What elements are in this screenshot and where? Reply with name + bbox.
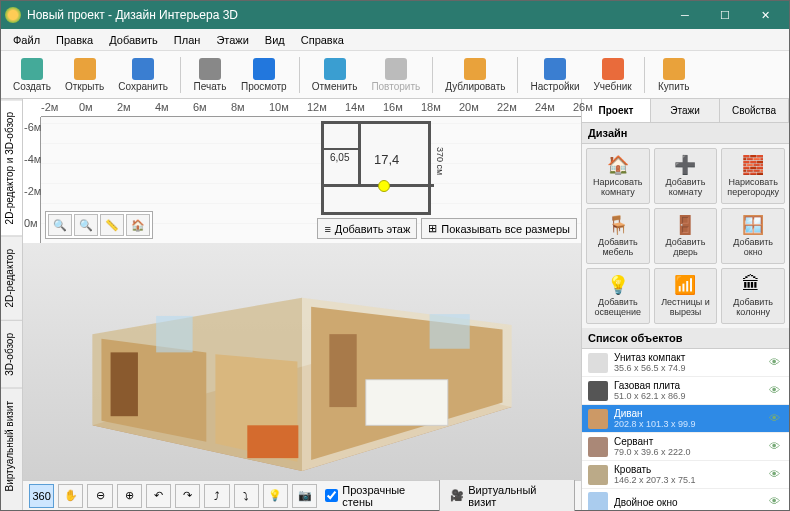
visibility-toggle-icon[interactable]: 👁 — [769, 495, 783, 509]
home-button[interactable]: 🏠 — [126, 214, 150, 236]
open-icon — [74, 58, 96, 80]
design-grid: 🏠Нарисовать комнату➕Добавить комнату🧱Нар… — [582, 144, 789, 328]
preview-button[interactable]: Просмотр — [235, 56, 293, 94]
menu-этажи[interactable]: Этажи — [208, 32, 256, 48]
canvas-area: -2м0м2м4м6м8м10м12м14м16м18м20м22м24м26м… — [23, 99, 581, 510]
design-cell-2[interactable]: 🧱Нарисовать перегородку — [721, 148, 785, 204]
tilt-up-button[interactable]: ⤴ — [204, 484, 229, 508]
svg-rect-11 — [430, 314, 470, 349]
design-cell-5[interactable]: 🪟Добавить окно — [721, 208, 785, 264]
plan-2d[interactable]: -6м-4м-2м0м 6,05 17,4 370 см 🔍 🔍 � — [23, 117, 581, 243]
design-cell-4[interactable]: 🚪Добавить дверь — [654, 208, 718, 264]
buy-icon — [663, 58, 685, 80]
view360-button[interactable]: 360 — [29, 484, 54, 508]
vtab-0[interactable]: 2D-редактор и 3D-обзор — [1, 99, 22, 236]
menu-вид[interactable]: Вид — [257, 32, 293, 48]
undo-button[interactable]: Отменить — [306, 56, 364, 94]
vtab-1[interactable]: 2D-редактор — [1, 236, 22, 320]
toolbar-separator — [517, 57, 518, 93]
maximize-button[interactable]: ☐ — [705, 1, 745, 29]
add-floor-button[interactable]: ≡Добавить этаж — [317, 218, 417, 239]
toolbar: СоздатьОткрытьСохранитьПечатьПросмотрОтм… — [1, 51, 789, 99]
menu-добавить[interactable]: Добавить — [101, 32, 166, 48]
object-thumb-icon — [588, 353, 608, 373]
rotate-left-button[interactable]: ↶ — [146, 484, 171, 508]
tutorial-button[interactable]: Учебник — [588, 56, 638, 94]
window-title: Новый проект - Дизайн Интерьера 3D — [27, 8, 665, 22]
bottom-toolbar: 360 ✋ ⊖ ⊕ ↶ ↷ ⤴ ⤵ 💡 📷 Прозрачные стены 🎥… — [23, 480, 581, 510]
print-button[interactable]: Печать — [187, 56, 233, 94]
menu-файл[interactable]: Файл — [5, 32, 48, 48]
ruler-horizontal: -2м0м2м4м6м8м10м12м14м16м18м20м22м24м26м — [41, 99, 581, 117]
tilt-down-button[interactable]: ⤵ — [234, 484, 259, 508]
design-cell-1[interactable]: ➕Добавить комнату — [654, 148, 718, 204]
visibility-toggle-icon[interactable]: 👁 — [769, 468, 783, 482]
object-item-4[interactable]: Кровать146.2 x 207.3 x 75.1👁 — [582, 461, 789, 489]
room2-area: 17,4 — [374, 152, 399, 167]
zoom-in-button[interactable]: 🔍 — [74, 214, 98, 236]
plan-right-buttons: ≡Добавить этаж ⊞Показывать все размеры — [317, 218, 577, 239]
rotate-right-button[interactable]: ↷ — [175, 484, 200, 508]
object-thumb-icon — [588, 492, 608, 510]
tutorial-icon — [602, 58, 624, 80]
object-item-3[interactable]: Сервант79.0 x 39.6 x 222.0👁 — [582, 433, 789, 461]
menu-справка[interactable]: Справка — [293, 32, 352, 48]
object-item-5[interactable]: Двойное окно👁 — [582, 489, 789, 510]
objects-list: Унитаз компакт35.6 x 56.5 x 74.9👁Газовая… — [582, 349, 789, 510]
design-cell-7[interactable]: 📶Лестницы и вырезы — [654, 268, 718, 324]
plan-canvas[interactable]: 6,05 17,4 370 см 🔍 🔍 📏 🏠 ≡Добавить этаж … — [41, 117, 581, 243]
svg-rect-6 — [366, 380, 448, 426]
ruler-vertical: -6м-4м-2м0м — [23, 117, 41, 243]
pan-button[interactable]: ✋ — [58, 484, 83, 508]
light-button[interactable]: 💡 — [263, 484, 288, 508]
ruler-button[interactable]: 📏 — [100, 214, 124, 236]
object-thumb-icon — [588, 437, 608, 457]
redo-icon — [385, 58, 407, 80]
visibility-toggle-icon[interactable]: 👁 — [769, 356, 783, 370]
vtab-3[interactable]: Виртуальный визит — [1, 388, 22, 504]
object-thumb-icon — [588, 381, 608, 401]
transparent-walls-checkbox[interactable]: Прозрачные стены — [325, 484, 435, 508]
save-icon — [132, 58, 154, 80]
settings-button[interactable]: Настройки — [524, 56, 585, 94]
visibility-toggle-icon[interactable]: 👁 — [769, 412, 783, 426]
vtab-2[interactable]: 3D-обзор — [1, 320, 22, 388]
redo-button[interactable]: Повторить — [365, 56, 426, 94]
open-button[interactable]: Открыть — [59, 56, 110, 94]
object-thumb-icon — [588, 465, 608, 485]
camera-marker-icon[interactable] — [378, 180, 390, 192]
menu-правка[interactable]: Правка — [48, 32, 101, 48]
design-cell-8[interactable]: 🏛Добавить колонну — [721, 268, 785, 324]
virtual-visit-button[interactable]: 🎥Виртуальный визит — [439, 479, 575, 512]
zoom-in-3d-button[interactable]: ⊕ — [117, 484, 142, 508]
design-section-header: Дизайн — [582, 123, 789, 144]
visibility-toggle-icon[interactable]: 👁 — [769, 384, 783, 398]
minimize-button[interactable]: ─ — [665, 1, 705, 29]
rtab-1[interactable]: Этажи — [651, 99, 720, 122]
dimensions-icon: ⊞ — [428, 222, 437, 235]
duplicate-button[interactable]: Дублировать — [439, 56, 511, 94]
view-3d[interactable] — [23, 243, 581, 480]
save-button[interactable]: Сохранить — [112, 56, 174, 94]
close-button[interactable]: ✕ — [745, 1, 785, 29]
zoom-out-button[interactable]: 🔍 — [48, 214, 72, 236]
design-cell-3[interactable]: 🪑Добавить мебель — [586, 208, 650, 264]
object-thumb-icon — [588, 409, 608, 429]
rtab-2[interactable]: Свойства — [720, 99, 789, 122]
buy-button[interactable]: Купить — [651, 56, 697, 94]
show-dimensions-button[interactable]: ⊞Показывать все размеры — [421, 218, 577, 239]
design-cell-0[interactable]: 🏠Нарисовать комнату — [586, 148, 650, 204]
menu-план[interactable]: План — [166, 32, 209, 48]
menubar: ФайлПравкаДобавитьПланЭтажиВидСправка — [1, 29, 789, 51]
toolbar-separator — [644, 57, 645, 93]
object-item-2[interactable]: Диван202.8 x 101.3 x 99.9👁 — [582, 405, 789, 433]
app-logo-icon — [5, 7, 21, 23]
object-item-0[interactable]: Унитаз компакт35.6 x 56.5 x 74.9👁 — [582, 349, 789, 377]
visibility-toggle-icon[interactable]: 👁 — [769, 440, 783, 454]
camera-button[interactable]: 📷 — [292, 484, 317, 508]
floorplan[interactable]: 6,05 17,4 — [321, 121, 431, 215]
object-item-1[interactable]: Газовая плита51.0 x 62.1 x 86.9👁 — [582, 377, 789, 405]
zoom-out-3d-button[interactable]: ⊖ — [87, 484, 112, 508]
design-cell-6[interactable]: 💡Добавить освещение — [586, 268, 650, 324]
create-button[interactable]: Создать — [7, 56, 57, 94]
